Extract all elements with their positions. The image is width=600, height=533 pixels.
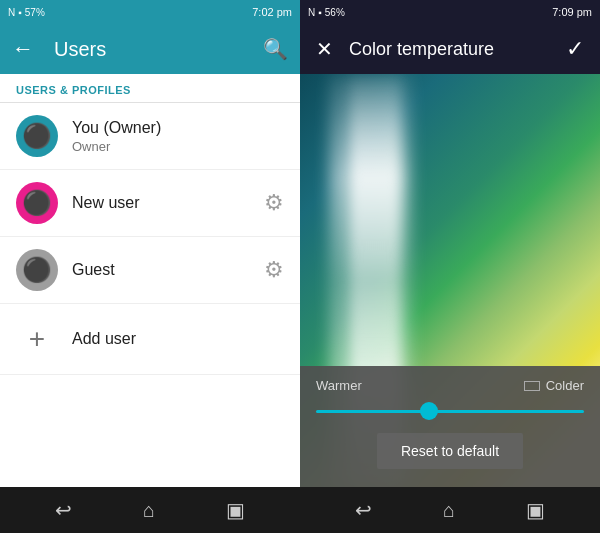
right-battery-icon: ▪ [318,7,322,18]
user-name-guest: Guest [72,261,264,279]
status-bar-right: N ▪ 56% 7:09 pm [300,0,600,24]
search-icon[interactable]: 🔍 [263,37,288,61]
left-battery-icon: ▪ [18,7,22,18]
user-list: ⚫ You (Owner) Owner ⚫ New user ⚙ [0,103,300,487]
status-bars: N ▪ 57% 7:02 pm N ▪ 56% 7:09 pm [0,0,600,24]
left-panel: ← Users 🔍 USERS & PROFILES ⚫ You (Owner)… [0,24,300,487]
right-panel-title: Color temperature [349,39,550,60]
add-user-label: Add user [72,330,136,348]
gear-icon-guest[interactable]: ⚙ [264,257,284,283]
right-signal-icon: N [308,7,315,18]
toolbar-left: ← Users 🔍 [0,24,300,74]
back-nav-icon-right[interactable]: ↩ [355,498,372,522]
check-button[interactable]: ✓ [566,36,584,62]
right-status-icons: N ▪ 56% [308,7,345,18]
reset-button-container: Reset to default [316,433,584,469]
list-item[interactable]: ⚫ New user ⚙ [0,170,300,237]
close-button[interactable]: ✕ [316,37,333,61]
warmer-label: Warmer [316,378,362,393]
gear-icon-new-user[interactable]: ⚙ [264,190,284,216]
list-item[interactable]: ⚫ You (Owner) Owner [0,103,300,170]
color-temp-controls: Warmer Colder Reset to default [300,366,600,487]
right-battery-percent: 56% [325,7,345,18]
left-battery-percent: 57% [25,7,45,18]
temp-labels: Warmer Colder [316,378,584,393]
slider-container[interactable] [316,401,584,421]
person-icon: ⚫ [22,256,52,284]
home-nav-icon-left[interactable]: ⌂ [143,499,155,522]
content-area: ← Users 🔍 USERS & PROFILES ⚫ You (Owner)… [0,24,600,487]
recent-nav-icon-left[interactable]: ▣ [226,498,245,522]
user-name-new-user: New user [72,194,264,212]
avatar-owner: ⚫ [16,115,58,157]
slider-track [316,410,584,413]
avatar-new-user: ⚫ [16,182,58,224]
user-role-owner: Owner [72,139,284,154]
bottom-nav-left: ↩ ⌂ ▣ [0,487,300,533]
back-button[interactable]: ← [12,36,34,62]
right-panel: ✕ Color temperature ✓ Warmer Colder [300,24,600,487]
add-icon: + [16,318,58,360]
bottom-nav-right: ↩ ⌂ ▣ [300,487,600,533]
user-info-owner: You (Owner) Owner [72,119,284,154]
user-info-new-user: New user [72,194,264,212]
section-header: USERS & PROFILES [0,74,300,103]
left-signal-icon: N [8,7,15,18]
person-icon: ⚫ [22,189,52,217]
bottom-bars: ↩ ⌂ ▣ ↩ ⌂ ▣ [0,487,600,533]
left-time: 7:02 pm [252,6,292,18]
person-icon: ⚫ [22,122,52,150]
right-time: 7:09 pm [552,6,592,18]
reset-to-default-button[interactable]: Reset to default [377,433,523,469]
colder-container: Colder [524,378,584,393]
back-nav-icon-left[interactable]: ↩ [55,498,72,522]
colder-label: Colder [546,378,584,393]
wallpaper-area: Warmer Colder Reset to default [300,74,600,487]
user-name-owner: You (Owner) [72,119,284,137]
toolbar-right: ✕ Color temperature ✓ [300,24,600,74]
left-status-icons: N ▪ 57% [8,7,45,18]
add-user-item[interactable]: + Add user [0,304,300,375]
temp-rect-icon [524,381,540,391]
left-panel-title: Users [54,38,247,61]
user-info-guest: Guest [72,261,264,279]
recent-nav-icon-right[interactable]: ▣ [526,498,545,522]
avatar-guest: ⚫ [16,249,58,291]
home-nav-icon-right[interactable]: ⌂ [443,499,455,522]
status-bar-left: N ▪ 57% 7:02 pm [0,0,300,24]
slider-thumb[interactable] [420,402,438,420]
list-item[interactable]: ⚫ Guest ⚙ [0,237,300,304]
